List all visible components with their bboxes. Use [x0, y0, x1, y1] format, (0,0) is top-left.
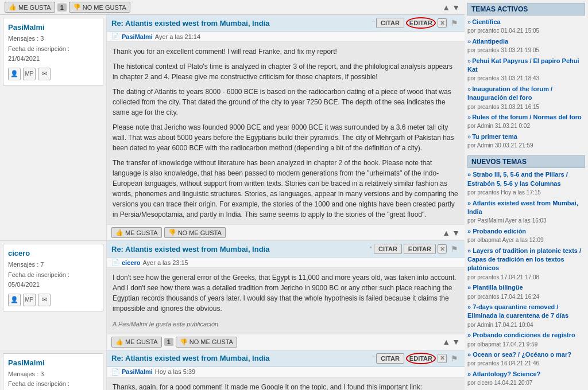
nuevos-temas-link[interactable]: » Probando condiciones de registro	[467, 332, 575, 338]
post-sort-down-1[interactable]: ▼	[452, 228, 460, 237]
citar-btn-2[interactable]: CITAR	[374, 244, 402, 254]
me-gusta-btn-1[interactable]: 👍 ME GUSTA	[111, 227, 162, 238]
top-bar-right: ▲ ▼	[442, 3, 460, 12]
post-para-1-1: The historical context of Plato's time i…	[113, 61, 459, 82]
post-datetime-3: Hoy a las 5:39	[155, 368, 195, 375]
nuevos-temas-link[interactable]: » Layers of tradition in platonic texts …	[467, 247, 581, 272]
nuevos-temas-list: » Strabo III, 5, 5-6 and the Pillars / E…	[467, 170, 585, 390]
post-meta-doc-icon-3: 📄	[111, 368, 119, 376]
post-meta-doc-icon-1: 📄	[111, 33, 119, 40]
post-sort-down-2[interactable]: ▼	[452, 337, 460, 346]
warn-btn-1[interactable]: ⚑	[448, 17, 460, 29]
no-me-gusta-top-button[interactable]: 👎 NO ME GUSTA	[69, 2, 130, 13]
post-footer-left-2: 👍 ME GUSTA 1 👎 NO ME GUSTA	[111, 337, 237, 348]
post-meta-1: 📄 PasiMalmi Ayer a las 21:14	[107, 32, 465, 42]
fecha-1: Fecha de inscripción : 21/04/2021	[8, 44, 98, 64]
user-actions-1: 👤 MP ✉	[8, 68, 98, 80]
thumb-down-icon-1: 👎	[168, 229, 176, 236]
post-author-3: PasiMalmi	[122, 368, 153, 375]
post-title-1[interactable]: Re: Atlantis existed west from Mumbai, I…	[111, 19, 269, 28]
user-card-2: cicero Mensajes : 7 Fecha de inscripción…	[3, 244, 103, 311]
temas-activos-item: »Científicapor prcantос 01.04.21 15:05	[467, 18, 585, 36]
post-para-3-0: Thanks, again, for a good comment! It ma…	[113, 382, 459, 391]
thumb-down-icon-2: 👎	[180, 338, 188, 346]
citar-btn-3[interactable]: CITAR	[376, 353, 404, 364]
post-footer-left-1: 👍 ME GUSTA 👎 NO ME GUSTA	[111, 227, 226, 238]
mp-btn-1[interactable]: MP	[23, 68, 36, 80]
me-gusta-btn-2[interactable]: 👍 ME GUSTA	[111, 337, 162, 348]
temas-activos-link[interactable]: Atlantipedia	[472, 38, 508, 45]
profile-icon-btn-2[interactable]: 👤	[8, 294, 21, 306]
mp-btn-2[interactable]: MP	[23, 294, 36, 306]
nuevos-temas-link[interactable]: » Strabo III, 5, 5-6 and the Pillars / E…	[467, 171, 568, 186]
post-body-1: Thank you for an excellent comment! I wi…	[107, 42, 465, 224]
nuevos-temas-item: » 7-days quarantine removed / Eliminada …	[467, 303, 585, 329]
post-header-3: Re: Atlantis existed west from Mumbai, I…	[107, 350, 465, 367]
vote-count-top: 1	[57, 3, 67, 11]
nuevos-temas-item: » Ocean or sea? / ¿Océano o mar?por prca…	[467, 350, 585, 368]
nuevos-temas-link[interactable]: » Plantilla bilingüe	[467, 284, 523, 291]
temas-activos-link[interactable]: Pehui Kat Papyrus / El papiro Pehui Kat	[467, 57, 579, 73]
temas-activos-link[interactable]: Inauguration of the forum / Inauguración…	[467, 85, 552, 101]
sort-down-icon[interactable]: ▼	[452, 3, 460, 12]
close-btn-3[interactable]: ✕	[438, 354, 447, 363]
nuevos-temas-link[interactable]: » Atlantology? Science?	[467, 370, 540, 377]
post-author-2: cicero	[122, 259, 140, 266]
user-actions-2: 👤 MP ✉	[8, 294, 98, 306]
me-gusta-top-button[interactable]: 👍 ME GUSTA	[5, 2, 55, 13]
no-me-gusta-btn-2[interactable]: 👎 NO ME GUSTA	[176, 337, 237, 348]
email-btn-1[interactable]: ✉	[38, 68, 51, 80]
nuevos-temas-title: NUEVOS TEMAS	[467, 155, 585, 168]
username-2[interactable]: cicero	[8, 249, 98, 258]
profile-icon-btn-1[interactable]: 👤	[8, 68, 21, 80]
top-vote-bar: 👍 ME GUSTA 1 👎 NO ME GUSTA ▲ ▼	[0, 0, 465, 15]
post-footer-2: 👍 ME GUSTA 1 👎 NO ME GUSTA	[107, 334, 465, 350]
temas-activos-item: »Tu primer temapor Admin 30.03.21 21:59	[467, 132, 585, 150]
editar-btn-1[interactable]: EDITAR	[406, 17, 436, 29]
editar-btn-2[interactable]: EDITAR	[404, 244, 436, 254]
sort-up-icon[interactable]: ▲	[442, 3, 450, 12]
close-btn-2[interactable]: ✕	[438, 244, 447, 253]
post-sort-up-1[interactable]: ▲	[442, 228, 450, 237]
post-para-1-4: The transfer of knowledge without litera…	[113, 158, 459, 220]
username-3[interactable]: PasiMalmi	[8, 358, 98, 367]
nuevos-temas-item: » Probando condiciones de registropor ol…	[467, 331, 585, 349]
user-sidebar-2: cicero Mensajes : 7 Fecha de inscripción…	[0, 241, 106, 350]
temas-activos-item: »Rules of the forum / Normas del foropor…	[467, 113, 585, 131]
warn-btn-3[interactable]: ⚑	[448, 353, 460, 364]
temas-activos-link[interactable]: Tu primer tema	[472, 133, 517, 140]
temas-activos-item: »Pehui Kat Papyrus / El papiro Pehui Kat…	[467, 57, 585, 83]
nuevos-temas-link[interactable]: » Atlantis existed west from Mumbai, Ind…	[467, 200, 578, 215]
post-meta-doc-icon-2: 📄	[111, 259, 119, 266]
post-1: PasiMalmi Mensajes : 3 Fecha de inscripc…	[0, 15, 465, 241]
post-title-2[interactable]: Re: Atlantis existed west from Mumbai, I…	[111, 245, 269, 253]
nuevos-temas-item: » Strabo III, 5, 5-6 and the Pillars / E…	[467, 170, 585, 197]
temas-activos-link[interactable]: Científica	[472, 18, 501, 25]
nuevos-temas-link[interactable]: » Ocean or sea? / ¿Océano o mar?	[467, 351, 571, 358]
email-btn-2[interactable]: ✉	[38, 294, 51, 306]
post-footer-1: 👍 ME GUSTA 👎 NO ME GUSTA ▲	[107, 224, 465, 240]
no-me-gusta-top-label: NO ME GUSTA	[83, 4, 126, 11]
citar-btn-1[interactable]: CITAR	[376, 18, 404, 28]
nuevos-temas-item: » Plantilla bilingüepor prcantоs 17.04.2…	[467, 283, 585, 301]
post-author-1: PasiMalmi	[122, 33, 153, 40]
nuevos-temas-link[interactable]: » Probando edición	[467, 228, 526, 235]
close-btn-1[interactable]: ✕	[438, 18, 447, 28]
post-meta-2: 📄 cicero Ayer a las 23:15	[107, 258, 465, 268]
no-me-gusta-btn-1[interactable]: 👎 NO ME GUSTA	[164, 227, 226, 238]
post-title-3[interactable]: Re: Atlantis existed west from Mumbai, I…	[111, 354, 269, 362]
warn-btn-2[interactable]: ⚑	[448, 243, 460, 255]
post-para-2-0: I don't see how the general error of the…	[113, 272, 459, 314]
thumb-up-icon: 👍	[9, 3, 17, 11]
quote-open-icon-2: "	[370, 246, 373, 252]
thumb-up-icon-2: 👍	[115, 338, 123, 346]
post-header-actions-3: " CITAR EDITAR ✕ ⚑	[373, 353, 461, 364]
user-info-1: Mensajes : 3 Fecha de inscripción : 21/0…	[8, 34, 98, 64]
nuevos-temas-item: » Probando ediciónpor olbapmat Ayer a la…	[467, 227, 585, 245]
post-sort-up-2[interactable]: ▲	[442, 337, 450, 346]
temas-activos-link[interactable]: Rules of the forum / Normas del foro	[472, 114, 582, 120]
user-info-3: Mensajes : 3 Fecha de inscripción : 21/0…	[8, 369, 98, 391]
editar-btn-3[interactable]: EDITAR	[406, 353, 436, 364]
nuevos-temas-link[interactable]: » 7-days quarantine removed / Eliminada …	[467, 303, 568, 319]
username-1[interactable]: PasiMalmi	[8, 23, 98, 32]
